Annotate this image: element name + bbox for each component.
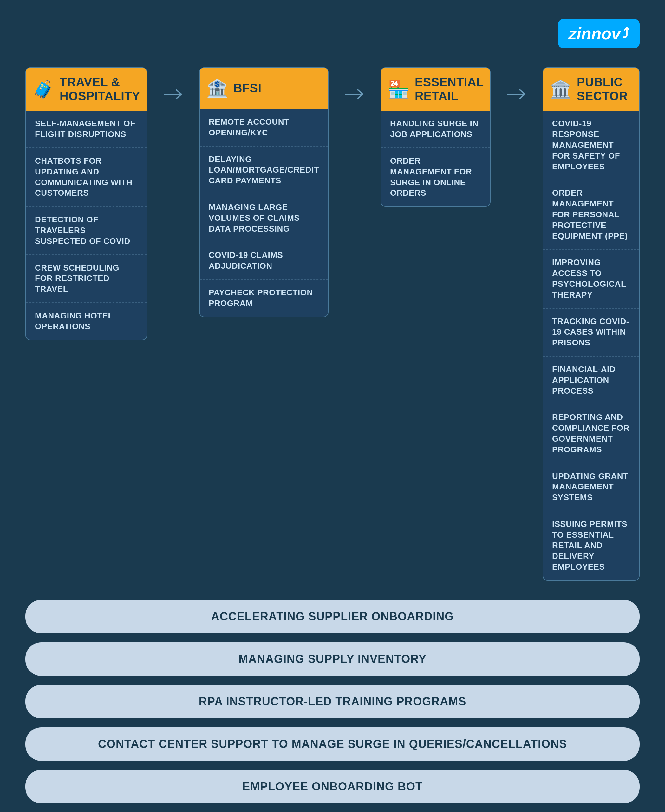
card-item-public-0: COVID-19 RESPONSE MANAGEMENT FOR SAFETY … (543, 111, 639, 180)
card-bfsi: 🏦BFSIREMOTE ACCOUNT OPENING/KYCDELAYING … (199, 67, 329, 317)
card-item-bfsi-1: DELAYING LOAN/MORTGAGE/CREDIT CARD PAYME… (200, 146, 328, 194)
card-header-essential: 🏪ESSENTIAL RETAIL (381, 68, 490, 111)
card-title-public: PUBLIC SECTOR (577, 75, 633, 103)
bfsi-icon: 🏦 (206, 78, 228, 99)
card-item-essential-0: HANDLING SURGE IN JOB APPLICATIONS (381, 111, 490, 148)
bar-item-4: EMPLOYEE ONBOARDING BOT (25, 770, 640, 804)
card-item-bfsi-3: COVID-19 CLAIMS ADJUDICATION (200, 242, 328, 280)
card-item-public-6: UPDATING GRANT MANAGEMENT SYSTEMS (543, 463, 639, 511)
bottom-bars: ACCELERATING SUPPLIER ONBOARDINGMANAGING… (25, 600, 640, 812)
logo-text: zinnov (568, 24, 621, 43)
card-item-bfsi-2: MANAGING LARGE VOLUMES OF CLAIMS DATA PR… (200, 194, 328, 242)
card-body-essential: HANDLING SURGE IN JOB APPLICATIONSORDER … (381, 111, 490, 206)
card-item-public-1: ORDER MANAGEMENT FOR PERSONAL PROTECTIVE… (543, 180, 639, 249)
card-body-travel: SELF-MANAGEMENT OF FLIGHT DISRUPTIONSCHA… (26, 111, 146, 340)
industry-columns: 🧳TRAVEL & HOSPITALITYSELF-MANAGEMENT OF … (25, 67, 640, 581)
arrow-after-travel (157, 67, 189, 100)
card-item-travel-4: MANAGING HOTEL OPERATIONS (26, 303, 146, 340)
card-item-travel-0: SELF-MANAGEMENT OF FLIGHT DISRUPTIONS (26, 111, 146, 148)
logo: zinnov ⤴ (558, 19, 640, 48)
card-header-public: 🏛️PUBLIC SECTOR (543, 68, 639, 111)
card-item-travel-1: CHATBOTS FOR UPDATING AND COMMUNICATING … (26, 148, 146, 207)
card-item-bfsi-0: REMOTE ACCOUNT OPENING/KYC (200, 109, 328, 146)
bar-item-1: MANAGING SUPPLY INVENTORY (25, 642, 640, 676)
arrow-after-bfsi (339, 67, 370, 100)
public-icon: 🏛️ (550, 79, 572, 100)
card-item-travel-2: DETECTION OF TRAVELERS SUSPECTED OF COVI… (26, 207, 146, 255)
card-item-bfsi-4: PAYCHECK PROTECTION PROGRAM (200, 280, 328, 317)
card-title-bfsi: BFSI (233, 82, 262, 95)
card-title-essential: ESSENTIAL RETAIL (415, 75, 483, 103)
card-item-public-4: FINANCIAL-AID APPLICATION PROCESS (543, 356, 639, 404)
card-travel: 🧳TRAVEL & HOSPITALITYSELF-MANAGEMENT OF … (25, 67, 147, 340)
card-title-travel: TRAVEL & HOSPITALITY (60, 75, 140, 103)
card-public: 🏛️PUBLIC SECTORCOVID-19 RESPONSE MANAGEM… (542, 67, 640, 581)
card-item-public-2: IMPROVING ACCESS TO PSYCHOLOGICAL THERAP… (543, 249, 639, 308)
card-essential: 🏪ESSENTIAL RETAILHANDLING SURGE IN JOB A… (380, 67, 491, 207)
card-item-public-3: TRACKING COVID-19 CASES WITHIN PRISONS (543, 308, 639, 356)
bar-item-3: CONTACT CENTER SUPPORT TO MANAGE SURGE I… (25, 727, 640, 761)
bar-item-2: RPA INSTRUCTOR-LED TRAINING PROGRAMS (25, 685, 640, 718)
travel-icon: 🧳 (32, 79, 54, 100)
card-item-public-5: REPORTING AND COMPLIANCE FOR GOVERNMENT … (543, 404, 639, 463)
card-item-travel-3: CREW SCHEDULING FOR RESTRICTED TRAVEL (26, 255, 146, 303)
card-body-bfsi: REMOTE ACCOUNT OPENING/KYCDELAYING LOAN/… (200, 109, 328, 317)
page-header: zinnov ⤴ (25, 19, 640, 48)
logo-swoosh: ⤴ (622, 26, 629, 41)
card-header-bfsi: 🏦BFSI (200, 68, 328, 109)
arrow-after-essential (501, 67, 532, 100)
essential-icon: 🏪 (388, 79, 410, 100)
bar-item-0: ACCELERATING SUPPLIER ONBOARDING (25, 600, 640, 633)
card-item-essential-1: ORDER MANAGEMENT FOR SURGE IN ONLINE ORD… (381, 148, 490, 206)
card-header-travel: 🧳TRAVEL & HOSPITALITY (26, 68, 146, 111)
card-item-public-7: ISSUING PERMITS TO ESSENTIAL RETAIL AND … (543, 511, 639, 580)
card-body-public: COVID-19 RESPONSE MANAGEMENT FOR SAFETY … (543, 111, 639, 580)
